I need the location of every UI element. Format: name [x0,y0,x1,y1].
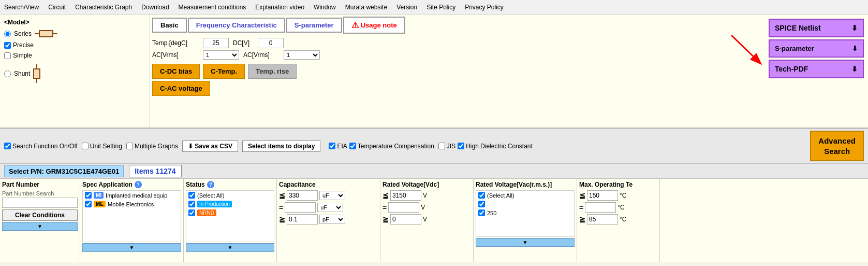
vac-item-250[interactable]: 250 [476,208,574,217]
menu-download[interactable]: Download [141,4,169,11]
precise-row: Precise [4,41,145,49]
shunt-label: Shunt [14,70,30,77]
temp-unit-3: °C [620,216,626,223]
spec-item-me-label: Mobile Electronics [108,201,154,207]
tab-sparameter[interactable]: S-parameter [286,18,342,33]
shunt-radio[interactable] [4,71,11,77]
temp-range-row-3: ≧ °C [579,214,657,225]
status-column: Status ? (Select All) In Production NRND… [184,179,277,262]
menu-murata[interactable]: Murata website [345,4,387,11]
menu-circuit[interactable]: Circuit [48,4,66,11]
ac-select2[interactable]: 1 [284,50,320,60]
svg-line-1 [731,35,760,63]
advanced-search-button[interactable]: Advanced Search [810,131,864,161]
vdc-max-input[interactable] [390,190,421,201]
vdc-leq-symbol: ≦ [382,191,389,200]
spec-item-mi[interactable]: MI Implanted medical equip [83,191,181,200]
temp-comp-checkbox[interactable]: Temperature Compensation [349,143,434,150]
search-onoff-checkbox[interactable]: Search Function On/Off [4,143,78,150]
temp-max-input[interactable] [587,190,618,201]
status-item-all[interactable]: (Select All) [186,191,274,200]
status-item-inprod[interactable]: In Production [186,200,274,208]
cap-range-row-3: ≧ pFuF [279,214,378,225]
vdc-range-row-3: ≧ V [382,214,471,225]
cap-max-unit[interactable]: uFpF [319,191,345,200]
menu-window[interactable]: Window [314,4,336,11]
pn-row: Select P/N: GRM31C5C1E474GE01 Items 1127… [0,164,868,179]
tech-pdf-button[interactable]: Tech-PDF ⬇ [769,60,864,78]
tab-basic[interactable]: Basic [152,18,187,33]
menu-characteristic-graph[interactable]: Characteristic Graph [75,4,132,11]
vac-item-all[interactable]: (Select All) [476,191,574,200]
menu-explanation[interactable]: Explanation video [255,4,304,11]
spice-label: SPICE Netlist [775,24,821,32]
status-scroll-down[interactable]: ▼ [186,243,274,252]
temp-input[interactable] [203,38,229,48]
clear-conditions-button[interactable]: Clear Conditions [2,209,78,221]
cap-eq-input[interactable] [285,202,316,213]
menu-version[interactable]: Version [396,4,417,11]
save-csv-button[interactable]: ⬇ Save as CSV [182,141,238,152]
items-count-label: Items 11274 [129,165,181,177]
status-item-nrnd[interactable]: NRND [186,208,274,217]
rated-voltage-vdc-column: Rated Voltage[Vdc] ≦ V = V ≧ V [380,179,474,262]
part-number-input[interactable] [2,198,78,208]
cap-min-input[interactable] [287,214,318,225]
part-number-column: Part Number Part Number Search Clear Con… [0,179,80,262]
jis-checkbox[interactable]: JIS [438,143,455,150]
cap-min-unit[interactable]: pFuF [319,215,345,224]
vdc-range-row-2: = V [382,202,471,213]
c-dc-bias-button[interactable]: C-DC bias [152,64,200,79]
spec-badge-me: ME [94,201,106,207]
ac-label1: AC[Vrms] [152,51,199,59]
spec-item-mi-label: Implanted medical equip [106,192,167,199]
tab-usage[interactable]: ⚠ Usage note [343,17,405,34]
selected-pn-label: Select P/N: GRM31C5C1E474GE01 [4,165,124,177]
ac-select1[interactable]: 1 [203,50,239,60]
high-diel-checkbox[interactable]: High Dielectric Constant [458,143,533,150]
tab-frequency[interactable]: Frequency Characteristic [188,18,285,33]
temp-min-input[interactable] [587,214,618,225]
unit-setting-checkbox[interactable]: Unit Setting [82,143,122,150]
spec-app-help-icon[interactable]: ? [135,181,142,188]
spec-app-header: Spec Application ? [82,181,181,188]
status-help-icon[interactable]: ? [207,181,214,188]
cap-eq-unit[interactable]: uFpF [317,203,343,212]
menu-site-policy[interactable]: Site Policy [426,4,455,11]
dc-input[interactable] [258,38,284,48]
part-number-scroll-down[interactable]: ▼ [2,222,78,231]
spice-netlist-button[interactable]: SPICE Netlist ⬇ [769,19,864,37]
simple-checkbox[interactable] [4,52,11,59]
temp-geq-symbol: ≧ [579,215,585,223]
spec-item-me[interactable]: ME Mobile Electronics [83,200,181,208]
spec-scroll-down[interactable]: ▼ [82,243,181,252]
shunt-row: Shunt [4,64,145,83]
vdc-min-input[interactable] [390,214,421,225]
c-temp-button[interactable]: C-Temp. [203,64,245,79]
status-list: (Select All) In Production NRND [186,190,274,242]
menu-measurement[interactable]: Measurement conditions [179,4,246,11]
multiple-graphs-checkbox[interactable]: Multiple Graphs [126,143,178,150]
cap-max-input[interactable] [287,190,318,201]
rated-voltage-vac-header: Rated Voltage[Vac(r.m.s.)] [476,181,575,188]
usage-label: Usage note [361,21,397,29]
vac-scroll-down[interactable]: ▼ [476,238,575,247]
eia-checkbox[interactable]: EIA [329,143,347,150]
spec-app-list: MI Implanted medical equip ME Mobile Ele… [82,190,181,242]
sparameter-download-button[interactable]: S-parameter ⬇ [769,39,864,58]
temp-comp-label: Temperature Compensation [358,143,434,150]
status-badge-inprod: In Production [197,201,232,207]
search-onoff-label: Search Function On/Off [12,143,78,150]
series-radio[interactable] [4,31,11,37]
select-items-button[interactable]: Select items to display [242,141,320,152]
c-ac-voltage-button[interactable]: C-AC voltage [152,81,210,96]
menu-search-view[interactable]: Search/View [4,4,39,11]
vdc-eq-input[interactable] [388,202,419,213]
vdc-eq-symbol: = [382,203,387,212]
vac-item-dash[interactable]: - [476,200,574,208]
vdc-unit-1: V [423,192,427,199]
precise-checkbox[interactable] [4,42,11,49]
temp-eq-input[interactable] [585,202,616,213]
vdc-range-row-1: ≦ V [382,190,471,201]
menu-privacy-policy[interactable]: Privacy Policy [465,4,504,11]
